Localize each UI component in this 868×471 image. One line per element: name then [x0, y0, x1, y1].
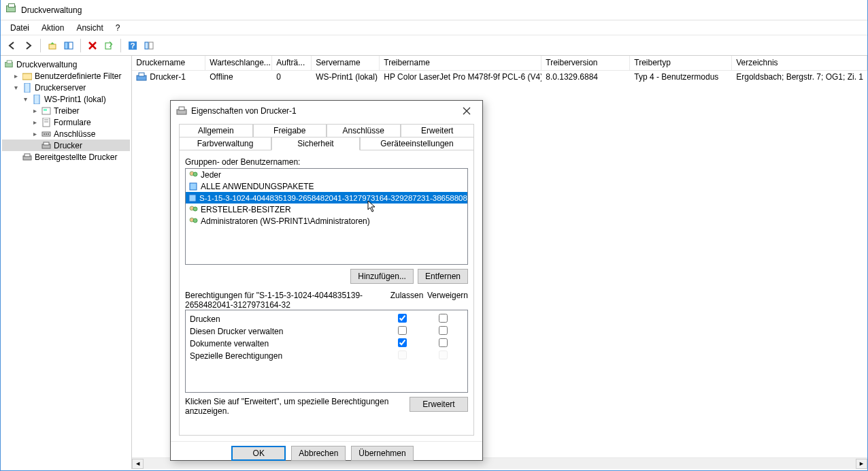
allow-manage-docs-checkbox[interactable]: [398, 338, 407, 347]
menu-help[interactable]: ?: [110, 22, 126, 34]
menu-file[interactable]: Datei: [5, 22, 35, 34]
svg-rect-25: [139, 73, 144, 76]
group-item-all-app-packages[interactable]: ALLE ANWENDUNGSPAKETE: [186, 180, 467, 192]
properties-button[interactable]: [141, 38, 156, 53]
expand-icon[interactable]: ▸: [31, 130, 39, 137]
svg-rect-31: [189, 195, 196, 201]
forward-button[interactable]: [21, 38, 36, 53]
menu-view[interactable]: Ansicht: [71, 22, 108, 34]
tree-root-label: Druckverwaltung: [16, 60, 77, 69]
col-server[interactable]: Servername: [312, 56, 380, 70]
tree-printers[interactable]: ▸ Drucker: [2, 140, 130, 151]
tab-general[interactable]: Allgemein: [179, 124, 253, 137]
show-hide-tree-button[interactable]: [61, 38, 76, 53]
export-button[interactable]: [101, 38, 116, 53]
deny-manage-printer-checkbox[interactable]: [439, 326, 448, 335]
help-button[interactable]: ?: [125, 38, 140, 53]
cell-drvver: 8.0.1329.6884: [541, 71, 630, 82]
col-driver-version[interactable]: Treiberversion: [541, 56, 630, 70]
col-directory[interactable]: Verzeichnis: [732, 56, 867, 70]
col-driver-type[interactable]: Treibertyp: [630, 56, 732, 70]
svg-rect-17: [44, 133, 45, 135]
svg-rect-23: [24, 154, 30, 157]
dialog-title: Eigenschaften von Drucker-1: [191, 106, 297, 116]
ok-button[interactable]: OK: [231, 446, 286, 461]
nav-tree[interactable]: Druckverwaltung ▸ Benutzerdefinierte Fil…: [1, 56, 132, 469]
scroll-left-icon[interactable]: ◄: [132, 459, 144, 469]
apply-button[interactable]: Übernehmen: [351, 446, 413, 461]
group-item-creator-owner[interactable]: ERSTELLER-BESITZER: [186, 204, 467, 215]
server-icon: [31, 95, 42, 104]
allow-print-checkbox[interactable]: [398, 314, 407, 323]
cell-queue: Offline: [205, 71, 272, 82]
tab-security[interactable]: Sicherheit: [271, 137, 360, 150]
allow-header: Zulassen: [386, 291, 427, 310]
expand-icon[interactable]: ▸: [31, 107, 39, 114]
col-queue-status[interactable]: Warteschlange...: [205, 56, 272, 70]
group-icon: [188, 205, 198, 214]
group-label: S-1-15-3-1024-4044835139-2658482041-3127…: [199, 194, 468, 202]
tab-color-management[interactable]: Farbverwaltung: [179, 137, 271, 150]
group-item-administrators[interactable]: Administratoren (WS-PRINT1\Administrator…: [186, 215, 467, 227]
groups-label: Gruppen- oder Benutzernamen:: [185, 157, 468, 167]
tree-label: Druckerserver: [35, 83, 86, 93]
col-printer-name[interactable]: Druckername: [132, 56, 205, 70]
collapse-icon[interactable]: ▾: [21, 95, 29, 103]
expand-icon[interactable]: ▸: [31, 118, 39, 126]
remove-button[interactable]: Entfernen: [418, 269, 468, 284]
expand-icon[interactable]: ▸: [12, 72, 20, 80]
groups-listbox[interactable]: Jeder ALLE ANWENDUNGSPAKETE S-1-15-3-102…: [185, 168, 468, 265]
tree-label: Treiber: [54, 106, 80, 116]
svg-rect-8: [22, 74, 32, 80]
add-button[interactable]: Hinzufügen...: [350, 269, 414, 284]
menu-action[interactable]: Aktion: [36, 22, 69, 34]
col-jobs[interactable]: Aufträ...: [272, 56, 312, 70]
tree-label: Anschlüsse: [54, 129, 95, 139]
deny-print-checkbox[interactable]: [439, 314, 448, 323]
back-button[interactable]: [5, 38, 20, 53]
tree-filters[interactable]: ▸ Benutzerdefinierte Filter: [2, 70, 130, 82]
delete-button[interactable]: [85, 38, 100, 53]
up-button[interactable]: [45, 38, 60, 53]
tree-label: Benutzerdefinierte Filter: [35, 71, 121, 81]
tab-device-settings[interactable]: Geräteeinstellungen: [360, 137, 474, 150]
tab-sharing[interactable]: Freigabe: [253, 124, 327, 137]
tree-servers[interactable]: ▾ Druckerserver: [2, 82, 130, 93]
tree-server-wsprint1[interactable]: ▾ WS-Print1 (lokal): [2, 93, 130, 105]
scroll-right-icon[interactable]: ►: [856, 459, 867, 469]
advanced-hint: Klicken Sie auf "Erweitert", um speziell…: [185, 397, 404, 416]
tab-advanced[interactable]: Erweitert: [401, 124, 475, 137]
printer-icon: [41, 141, 52, 150]
svg-rect-10: [34, 95, 39, 104]
allow-manage-printer-checkbox[interactable]: [398, 326, 407, 335]
list-row[interactable]: Drucker-1 Offline 0 WS-Print1 (lokal) HP…: [132, 71, 867, 83]
svg-rect-12: [44, 109, 47, 111]
perm-label: Spezielle Berechtigungen: [190, 351, 382, 361]
advanced-button[interactable]: Erweitert: [410, 397, 468, 412]
group-item-sid[interactable]: S-1-15-3-1024-4044835139-2658482041-3127…: [186, 192, 467, 204]
printer-icon: [176, 106, 187, 116]
cancel-button[interactable]: Abbrechen: [291, 446, 346, 461]
collapse-icon[interactable]: ▾: [12, 84, 20, 91]
col-driver[interactable]: Treibername: [380, 56, 541, 70]
close-button[interactable]: [456, 104, 477, 118]
ports-icon: [41, 129, 52, 139]
svg-rect-2: [69, 42, 73, 49]
allow-special-checkbox: [398, 351, 407, 359]
dialog-titlebar[interactable]: Eigenschaften von Drucker-1: [171, 101, 482, 121]
svg-point-35: [193, 218, 197, 223]
printer-mgmt-icon: [6, 5, 17, 16]
group-item-everyone[interactable]: Jeder: [186, 169, 467, 180]
tree-forms[interactable]: ▸ Formulare: [2, 116, 130, 128]
deny-manage-docs-checkbox[interactable]: [439, 338, 448, 347]
tab-ports[interactable]: Anschlüsse: [327, 124, 401, 137]
svg-rect-6: [145, 42, 148, 49]
window-title: Druckverwaltung: [21, 5, 82, 15]
tree-root[interactable]: Druckverwaltung: [2, 59, 130, 70]
tree-ports[interactable]: ▸ Anschlüsse: [2, 128, 130, 140]
permissions-for-label: Berechtigungen für "S-1-15-3-1024-404483…: [185, 291, 386, 310]
group-label: ERSTELLER-BESITZER: [201, 205, 291, 214]
tree-deployed[interactable]: ▸ Bereitgestellte Drucker: [2, 151, 130, 163]
tree-drivers[interactable]: ▸ Treiber: [2, 105, 130, 116]
perm-row-manage-documents: Dokumente verwalten: [190, 338, 463, 350]
